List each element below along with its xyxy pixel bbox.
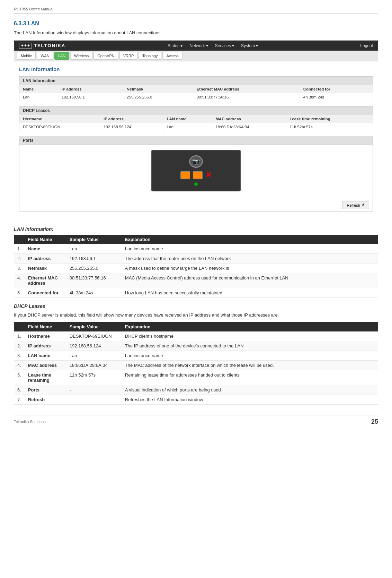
- row-num: 3.: [14, 351, 25, 360]
- doc-th-num: [14, 235, 25, 244]
- refresh-icon: ↺: [362, 203, 365, 207]
- dhcp-table: Hostname IP address LAN name MAC address…: [19, 115, 373, 131]
- col-ip2: IP address: [100, 115, 163, 123]
- router-content: LAN Information LAN Information Name IP …: [14, 61, 378, 220]
- col-netmask: Netmask: [123, 85, 193, 93]
- field-explanation: How long LAN has been successfully maint…: [122, 288, 378, 298]
- router-screenshot: ✦✦✦ TELTONIKA Status ▾ Network ▾ Service…: [14, 40, 378, 220]
- field-sample: -: [66, 395, 122, 404]
- tab-topology[interactable]: Topology: [139, 52, 161, 60]
- dhcp-mac: 18:66:DA:28:6A:34: [212, 123, 286, 131]
- port-x-icon: ✕: [205, 171, 212, 180]
- field-sample: 192.168.56.124: [66, 341, 122, 351]
- tab-mobile[interactable]: Mobile: [17, 52, 36, 60]
- lan-name: Lan: [19, 93, 58, 101]
- ports-header: Ports: [19, 136, 373, 145]
- field-sample: 4h 38m 24s: [66, 288, 122, 298]
- col-hostname: Hostname: [19, 115, 100, 123]
- doc-th-field2: Field Name: [25, 322, 66, 331]
- page-header: RUT955 User's Manual: [14, 7, 378, 14]
- row-num: 2.: [14, 254, 25, 264]
- nav-system[interactable]: System ▾: [241, 43, 258, 48]
- dhcp-lanname: Lan: [163, 123, 212, 131]
- field-explanation: The IP address of one of the device's co…: [122, 341, 378, 351]
- tab-wan[interactable]: WAN: [37, 52, 53, 60]
- table-row: 3. LAN name Lan Lan instance name: [14, 351, 378, 360]
- dhcp-ip: 192.168.56.124: [100, 123, 163, 131]
- field-explanation: The address that the router uses on the …: [122, 254, 378, 264]
- lan-netmask: 255.255.255.0: [123, 93, 193, 101]
- table-row: 3. Netmask 255.255.255.0 A mask used to …: [14, 264, 378, 273]
- ports-section: Ports 📷 ✕: [19, 136, 373, 212]
- router-nav: Status ▾ Network ▾ Services ▾ System ▾: [168, 43, 258, 48]
- content-heading: LAN Information: [19, 66, 373, 72]
- row-num: 2.: [14, 341, 25, 351]
- row-num: 4.: [14, 273, 25, 288]
- field-explanation: The MAC address of the network interface…: [122, 360, 378, 370]
- dhcp-table-header-bar: DHCP Leases: [19, 106, 373, 115]
- field-name: IP address: [25, 341, 66, 351]
- col-name: Name: [19, 85, 58, 93]
- col-connected: Connected for: [300, 85, 373, 93]
- col-mac: Ethernet MAC address: [193, 85, 300, 93]
- field-name: Ports: [25, 385, 66, 395]
- lan-table-header-bar: LAN Information: [19, 76, 373, 85]
- row-num: 3.: [14, 264, 25, 273]
- section-title: 6.3.3 LAN: [14, 20, 378, 27]
- field-name: Connected for: [25, 288, 66, 298]
- lan-ip: 192.168.56.1: [58, 93, 123, 101]
- router-tabs: Mobile WAN LAN Wireless OpenVPN VRRP Top…: [14, 51, 378, 61]
- field-name: IP address: [25, 254, 66, 264]
- field-sample: 18:66:DA:28:6A:34: [66, 360, 122, 370]
- dhcp-doc-title: DHCP Leases: [14, 303, 378, 309]
- page-number: 25: [371, 418, 378, 425]
- field-sample: -: [66, 385, 122, 395]
- dhcp-lease: 11h 52m 57s: [286, 123, 373, 131]
- lan-mac: 00:51:33:77:56:16: [193, 93, 300, 101]
- tab-access[interactable]: Access: [162, 52, 182, 60]
- dhcp-doc-table: Field Name Sample Value Explanation 1. H…: [14, 322, 378, 405]
- field-name: LAN name: [25, 351, 66, 360]
- lan-connected: 4h 38m 24s: [300, 93, 373, 101]
- field-explanation: Remaining lease time for addresses hande…: [122, 370, 378, 385]
- footer-company: Teltonika Solutions: [14, 420, 46, 424]
- doc-th-explanation2: Explanation: [122, 322, 378, 331]
- row-num: 6.: [14, 385, 25, 395]
- brand-area: ✦✦✦ TELTONIKA: [19, 43, 65, 49]
- table-row: 2. IP address 192.168.56.1 The address t…: [14, 254, 378, 264]
- nav-services[interactable]: Services ▾: [215, 43, 234, 48]
- field-name: Netmask: [25, 264, 66, 273]
- port-2: [193, 171, 203, 179]
- tab-vrrp[interactable]: VRRP: [119, 52, 138, 60]
- device-illustration: 📷 ✕: [151, 150, 241, 191]
- doc-th-num2: [14, 322, 25, 331]
- page-footer: Teltonika Solutions 25: [14, 415, 378, 425]
- refresh-button[interactable]: Refresh ↺: [342, 201, 369, 209]
- table-row: 5. Lease time remaining 11h 52m 57s Rema…: [14, 370, 378, 385]
- brand-logo-icon: ✦✦✦: [19, 43, 32, 49]
- col-lease: Lease time remaining: [286, 115, 373, 123]
- doc-th-explanation: Explanation: [122, 235, 378, 244]
- field-sample: 192.168.56.1: [66, 254, 122, 264]
- field-explanation: Refreshes the LAN Information window: [122, 395, 378, 404]
- lan-row-1: Lan 192.168.56.1 255.255.255.0 00:51:33:…: [19, 93, 373, 101]
- field-name: Lease time remaining: [25, 370, 66, 385]
- device-ports: ✕: [180, 171, 212, 180]
- tab-openvpn[interactable]: OpenVPN: [93, 52, 118, 60]
- router-topbar: ✦✦✦ TELTONIKA Status ▾ Network ▾ Service…: [14, 41, 378, 51]
- tab-lan[interactable]: LAN: [54, 52, 69, 60]
- ports-image-area: 📷 ✕: [19, 145, 373, 199]
- nav-status[interactable]: Status ▾: [168, 43, 182, 48]
- logout-button[interactable]: Logout: [360, 43, 373, 48]
- field-sample: Lan: [66, 351, 122, 360]
- doc-th-field: Field Name: [25, 235, 66, 244]
- table-row: 2. IP address 192.168.56.124 The IP addr…: [14, 341, 378, 351]
- nav-network[interactable]: Network ▾: [189, 43, 208, 48]
- tab-wireless[interactable]: Wireless: [70, 52, 92, 60]
- doc-th-sample: Sample Value: [66, 235, 122, 244]
- row-num: 1.: [14, 331, 25, 341]
- lan-info-doc-title: LAN information:: [14, 226, 378, 232]
- row-num: 5.: [14, 288, 25, 298]
- field-explanation: Lan instance name: [122, 351, 378, 360]
- field-name: Hostname: [25, 331, 66, 341]
